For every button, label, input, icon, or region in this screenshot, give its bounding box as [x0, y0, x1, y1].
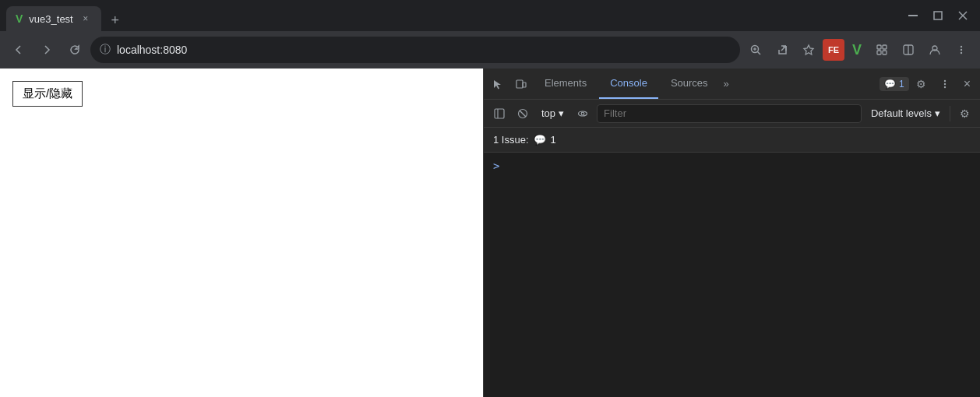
console-content[interactable]: > — [484, 153, 980, 397]
default-levels-selector[interactable]: Default levels ▾ — [866, 106, 945, 121]
svg-line-5 — [758, 52, 761, 55]
svg-point-21 — [961, 52, 962, 54]
context-selector[interactable]: top ▾ — [537, 106, 569, 121]
svg-point-25 — [943, 83, 945, 84]
address-text: localhost:8080 — [117, 44, 187, 56]
share-button[interactable] — [770, 37, 795, 62]
forward-button[interactable] — [34, 37, 59, 62]
close-button[interactable] — [952, 5, 974, 26]
zoom-button[interactable] — [743, 37, 768, 62]
profile-button[interactable] — [922, 37, 947, 62]
extension-fe-button[interactable]: FE — [823, 39, 844, 61]
webpage: 显示/隐藏 — [0, 69, 483, 397]
info-icon: ⓘ — [100, 43, 111, 57]
svg-point-26 — [943, 86, 945, 87]
more-tabs-button[interactable]: » — [721, 78, 732, 90]
svg-rect-0 — [908, 15, 918, 16]
svg-rect-27 — [495, 109, 504, 118]
tab-console[interactable]: Console — [599, 69, 658, 99]
tab-label: vue3_test — [29, 13, 72, 25]
address-bar[interactable]: ⓘ localhost:8080 — [90, 37, 740, 63]
minimize-button[interactable] — [902, 5, 924, 26]
svg-rect-14 — [877, 51, 881, 54]
svg-rect-1 — [934, 12, 942, 19]
devtools-device-icon[interactable] — [510, 73, 532, 95]
default-levels-label: Default levels — [871, 107, 932, 119]
issues-label: 1 Issue: — [493, 134, 529, 146]
window-controls — [902, 5, 974, 26]
svg-point-24 — [943, 79, 945, 81]
issues-bar: 1 Issue: 💬 1 — [484, 128, 980, 153]
context-arrow-icon: ▾ — [559, 107, 564, 119]
back-button[interactable] — [6, 37, 31, 62]
tab-close-button[interactable]: × — [79, 12, 92, 25]
navbar: ⓘ localhost:8080 FE V — [0, 31, 980, 69]
devtools-close-button[interactable]: × — [957, 77, 977, 91]
svg-marker-11 — [804, 45, 813, 54]
levels-arrow-icon: ▾ — [935, 107, 940, 119]
active-tab[interactable]: V vue3_test × — [6, 6, 101, 31]
console-eye-button[interactable] — [573, 104, 592, 123]
tab-vue-icon: V — [16, 12, 23, 25]
svg-point-19 — [961, 46, 962, 47]
console-clear-button[interactable] — [513, 104, 532, 123]
extensions-button[interactable] — [869, 37, 894, 62]
context-label: top — [541, 107, 555, 119]
nav-actions: FE V — [743, 37, 974, 62]
tab-sources[interactable]: Sources — [660, 69, 719, 99]
issues-badge-icon: 💬 — [884, 79, 896, 90]
svg-rect-15 — [883, 51, 887, 54]
reload-button[interactable] — [62, 37, 87, 62]
issues-badge-count: 1 — [899, 79, 904, 90]
svg-rect-13 — [883, 45, 887, 49]
maximize-button[interactable] — [927, 5, 949, 26]
devtools-panel: Elements Console Sources » 💬 1 ⚙ × — [483, 69, 980, 397]
sidebar-button[interactable] — [896, 37, 921, 62]
extension-vue-button[interactable]: V — [846, 39, 868, 61]
devtools-cursor-icon[interactable] — [487, 73, 509, 95]
svg-rect-23 — [523, 83, 526, 87]
tab-area: V vue3_test × + — [6, 0, 899, 31]
filter-input[interactable] — [597, 104, 862, 123]
svg-point-32 — [581, 112, 584, 115]
console-toolbar: top ▾ Default levels ▾ ⚙ — [484, 100, 980, 128]
svg-line-30 — [520, 111, 526, 117]
console-prompt: > — [493, 160, 499, 172]
devtools-toolbar: Elements Console Sources » 💬 1 ⚙ × — [484, 69, 980, 100]
tab-elements[interactable]: Elements — [534, 69, 598, 99]
devtools-settings-button[interactable]: ⚙ — [911, 73, 932, 95]
svg-rect-12 — [877, 45, 881, 49]
new-tab-button[interactable]: + — [104, 9, 126, 31]
bookmark-button[interactable] — [796, 37, 821, 62]
issues-badge[interactable]: 💬 1 — [880, 77, 909, 91]
svg-point-20 — [961, 49, 962, 51]
menu-button[interactable] — [949, 37, 974, 62]
devtools-more-button[interactable] — [934, 73, 956, 95]
titlebar: V vue3_test × + — [0, 0, 980, 31]
main-area: 显示/隐藏 Elements Console Sources » 💬 1 ⚙ — [0, 69, 980, 397]
issue-icon: 💬 — [534, 134, 546, 146]
console-sidebar-button[interactable] — [490, 104, 509, 123]
console-settings-button[interactable]: ⚙ — [955, 104, 974, 123]
issue-count: 1 — [551, 134, 556, 146]
show-hide-button[interactable]: 显示/隐藏 — [12, 81, 83, 107]
svg-rect-22 — [516, 80, 523, 88]
